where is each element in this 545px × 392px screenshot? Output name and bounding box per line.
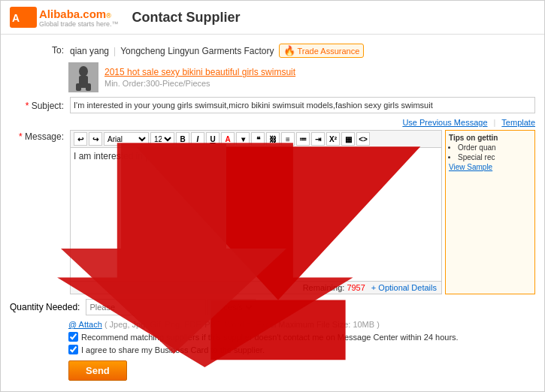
product-image-icon xyxy=(68,62,98,92)
page-title: Contact Supplier xyxy=(132,10,241,26)
checkbox-2-label: I agree to share my Business Card to the… xyxy=(81,345,265,354)
remaining-value: 7957 xyxy=(347,283,365,292)
subject-row: * Subject: xyxy=(1,94,544,116)
checkbox-1-label: Recommend matching suppliers if this sup… xyxy=(81,333,459,342)
font-color-button[interactable]: A xyxy=(221,132,235,146)
svg-text:A: A xyxy=(12,12,20,24)
subject-input[interactable] xyxy=(70,97,535,113)
highlight-button[interactable]: ▾ xyxy=(236,132,250,146)
remaining-label: Remaining: 7957 xyxy=(303,283,365,292)
font-size-select[interactable]: 12 xyxy=(150,132,174,146)
share-business-card-checkbox[interactable] xyxy=(68,345,78,354)
editor-wrapper: ↩ ↪ Arial 12 B I U A ▾ ❝ xyxy=(70,130,442,294)
italic-button[interactable]: I xyxy=(191,132,204,146)
message-editor: ↩ ↪ Arial 12 B I U A ▾ ❝ xyxy=(70,130,442,294)
to-sep: | xyxy=(114,46,116,56)
optional-details-toggle[interactable]: + Optional Details xyxy=(371,283,437,292)
svg-rect-7 xyxy=(76,83,81,91)
attach-row: @ Attach ( Jpeg, Jpg, Gif, Png, PDF, PPT… xyxy=(1,318,544,330)
send-btn-row: Send xyxy=(1,356,544,385)
product-thumbnail xyxy=(68,62,98,92)
tips-panel: Tips on gettin Order quan Special rec Vi… xyxy=(445,130,535,294)
prev-message-link[interactable]: Use Previous Message xyxy=(402,118,487,127)
to-company: Yongcheng Lingyun Garments Factory xyxy=(120,46,274,56)
subject-required: * xyxy=(26,101,29,111)
subject-label: * Subject: xyxy=(10,99,70,111)
indent-button[interactable]: ⇥ xyxy=(311,132,325,146)
header: A Alibaba.com® Global trade starts here.… xyxy=(1,1,544,35)
checkbox-row-1: Recommend matching suppliers if this sup… xyxy=(1,330,544,343)
product-title-link[interactable]: 2015 hot sale sexy bikini beautiful girl… xyxy=(104,67,295,77)
bold-button[interactable]: B xyxy=(176,132,189,146)
to-row: To: qian yang | Yongcheng Lingyun Garmen… xyxy=(1,41,544,61)
template-link[interactable]: Template xyxy=(501,118,535,127)
qty-input[interactable] xyxy=(86,299,206,315)
editor-footer: Remaining: 7957 + Optional Details xyxy=(71,281,441,294)
prev-msg-row: Use Previous Message | Template xyxy=(1,116,544,128)
underline-button[interactable]: U xyxy=(206,132,220,146)
to-label: To: xyxy=(10,44,70,56)
table-button[interactable]: ▦ xyxy=(341,132,355,146)
logo-area: A Alibaba.com® Global trade starts here.… xyxy=(10,7,119,28)
superscript-button[interactable]: X² xyxy=(326,132,340,146)
undo-button[interactable]: ↩ xyxy=(74,132,87,146)
send-button[interactable]: Send xyxy=(68,360,127,381)
svg-rect-8 xyxy=(86,83,91,91)
svg-point-5 xyxy=(79,66,88,77)
bullet-list-button[interactable]: ≔ xyxy=(296,132,310,146)
quote-button[interactable]: ❝ xyxy=(251,132,265,146)
alibaba-logo-icon: A xyxy=(10,7,37,28)
qty-label: Quantity Needed: xyxy=(10,302,86,312)
recommend-suppliers-checkbox[interactable] xyxy=(68,332,78,342)
checkbox-row-2: I agree to share my Business Card to the… xyxy=(1,343,544,356)
attach-link[interactable]: @ Attach xyxy=(68,320,102,329)
to-info: qian yang | Yongcheng Lingyun Garments F… xyxy=(70,44,364,58)
message-area: * Message: ↩ ↪ Arial 12 B I xyxy=(1,128,544,296)
logo-sub: Global trade starts here.™ xyxy=(39,20,119,28)
logo-text: Alibaba.com® xyxy=(39,8,119,20)
tips-title: Tips on gettin xyxy=(449,134,531,142)
align-left-button[interactable]: ≡ xyxy=(281,132,295,146)
qty-row: Quantity Needed: Pieces/s xyxy=(1,296,544,318)
redo-button[interactable]: ↪ xyxy=(89,132,102,146)
message-required: * xyxy=(19,131,23,142)
qty-unit-select[interactable]: Pieces/s xyxy=(207,299,256,315)
editor-toolbar: ↩ ↪ Arial 12 B I U A ▾ ❝ xyxy=(71,131,441,148)
link-button[interactable]: ⛓ xyxy=(266,132,280,146)
product-min-order: Min. Order:300-Piece/Pieces xyxy=(104,79,295,88)
attach-note: ( Jpeg, Jpg, Gif, Png, PDF, PPT, Word or… xyxy=(104,320,380,329)
font-family-select[interactable]: Arial xyxy=(104,132,149,146)
message-content[interactable]: I am interested in purchasing xyxy=(71,148,441,281)
view-sample-link[interactable]: View Sample xyxy=(449,163,492,171)
form-content: To: qian yang | Yongcheng Lingyun Garmen… xyxy=(1,35,544,391)
product-info: 2015 hot sale sexy bikini beautiful girl… xyxy=(104,67,295,88)
source-button[interactable]: <> xyxy=(356,132,370,146)
product-row: 2015 hot sale sexy bikini beautiful girl… xyxy=(1,61,544,94)
tips-list: Order quan Special rec xyxy=(449,143,531,161)
tips-item-1: Order quan xyxy=(458,143,531,152)
trade-assurance-badge: 🔥 Trade Assurance xyxy=(279,44,365,58)
message-label: * Message: xyxy=(10,130,70,294)
tips-item-2: Special rec xyxy=(458,153,531,161)
to-name: qian yang xyxy=(70,46,109,56)
